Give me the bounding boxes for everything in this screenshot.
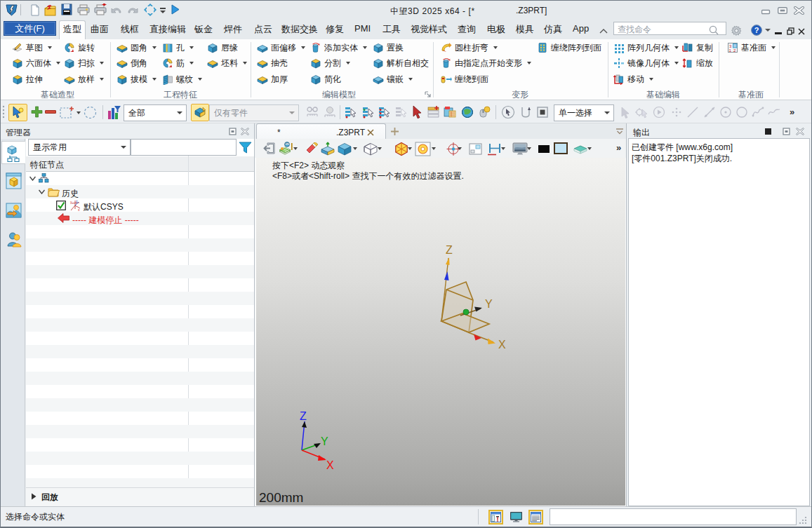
svg-text:Z: Z: [446, 244, 453, 256]
svg-text:?: ?: [754, 26, 759, 34]
svg-text:Y: Y: [321, 435, 328, 447]
svg-text:X: X: [498, 339, 506, 351]
svg-text:Y: Y: [485, 298, 493, 310]
svg-text:Z: Z: [300, 410, 307, 422]
svg-text:X: X: [326, 459, 334, 470]
